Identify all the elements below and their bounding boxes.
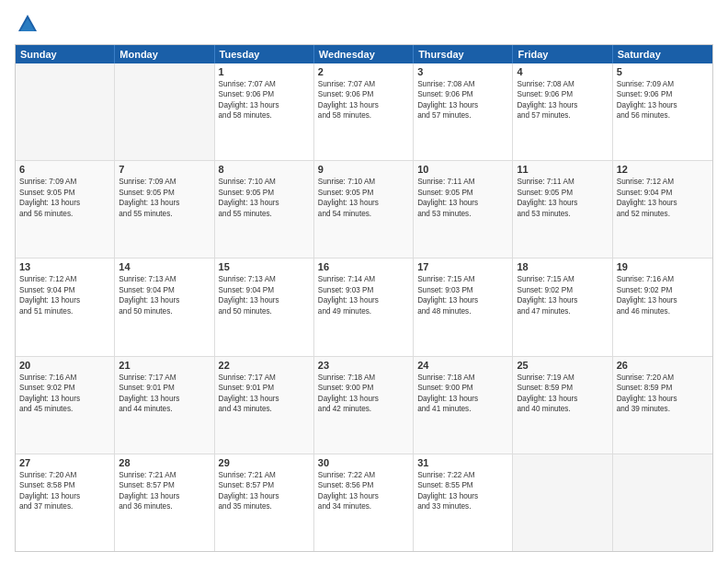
cell-line: Sunrise: 7:19 AM: [517, 373, 608, 383]
day-number: 23: [318, 360, 409, 371]
logo: [15, 11, 44, 37]
header-day-sunday: Sunday: [16, 45, 115, 63]
cell-line: Daylight: 13 hours: [119, 394, 210, 404]
cell-line: and 58 minutes.: [318, 110, 409, 121]
day-number: 19: [617, 261, 709, 272]
cell-line: and 50 minutes.: [219, 306, 310, 316]
cell-line: and 33 minutes.: [417, 501, 508, 511]
calendar-cell: 8Sunrise: 7:10 AMSunset: 9:05 PMDaylight…: [215, 161, 314, 258]
cell-line: and 39 minutes.: [617, 404, 709, 414]
cell-line: Sunset: 9:05 PM: [219, 188, 310, 198]
cell-line: Sunset: 9:00 PM: [417, 383, 508, 393]
cell-line: Sunrise: 7:16 AM: [19, 373, 110, 383]
day-number: 15: [219, 261, 310, 272]
cell-line: and 37 minutes.: [19, 501, 110, 511]
cell-line: Sunrise: 7:12 AM: [19, 274, 110, 284]
calendar-cell: 29Sunrise: 7:21 AMSunset: 8:57 PMDayligh…: [215, 454, 314, 551]
calendar-cell: 5Sunrise: 7:09 AMSunset: 9:06 PMDaylight…: [613, 63, 712, 160]
cell-line: Sunrise: 7:07 AM: [318, 79, 409, 89]
day-number: 27: [19, 457, 110, 468]
cell-line: Sunrise: 7:18 AM: [417, 373, 508, 383]
cell-line: Daylight: 13 hours: [318, 100, 409, 110]
cell-line: Sunset: 8:57 PM: [119, 480, 210, 490]
cell-line: Sunset: 8:59 PM: [617, 383, 709, 393]
cell-line: and 42 minutes.: [318, 404, 409, 414]
header-day-tuesday: Tuesday: [215, 45, 314, 63]
cell-line: and 43 minutes.: [219, 404, 310, 414]
cell-line: and 40 minutes.: [517, 404, 608, 414]
cell-line: Sunset: 9:02 PM: [617, 285, 709, 295]
calendar-cell: 19Sunrise: 7:16 AMSunset: 9:02 PMDayligh…: [613, 259, 712, 355]
cell-line: and 55 minutes.: [219, 209, 310, 219]
day-number: 21: [119, 360, 210, 371]
day-number: 24: [417, 360, 508, 371]
cell-line: Sunset: 9:06 PM: [318, 89, 409, 99]
cell-line: Sunset: 9:04 PM: [19, 285, 110, 295]
calendar-cell: 1Sunrise: 7:07 AMSunset: 9:06 PMDaylight…: [215, 63, 314, 160]
cell-line: Daylight: 13 hours: [19, 394, 110, 404]
cell-line: Sunrise: 7:21 AM: [119, 470, 210, 480]
calendar-cell: 10Sunrise: 7:11 AMSunset: 9:05 PMDayligh…: [414, 161, 513, 258]
cell-line: Sunrise: 7:10 AM: [219, 177, 310, 187]
header: [15, 11, 713, 37]
day-number: 16: [318, 261, 409, 272]
cell-line: Daylight: 13 hours: [617, 295, 709, 305]
cell-line: Sunset: 8:55 PM: [417, 480, 508, 490]
cell-line: Sunrise: 7:14 AM: [318, 274, 409, 284]
calendar-row-4: 20Sunrise: 7:16 AMSunset: 9:02 PMDayligh…: [16, 357, 712, 454]
cell-line: Sunrise: 7:21 AM: [219, 470, 310, 480]
cell-line: Sunrise: 7:17 AM: [219, 373, 310, 383]
cell-line: Daylight: 13 hours: [417, 198, 508, 208]
cell-line: and 46 minutes.: [617, 306, 709, 316]
day-number: 7: [119, 164, 210, 175]
cell-line: Sunset: 9:05 PM: [19, 188, 110, 198]
cell-line: Daylight: 13 hours: [219, 100, 310, 110]
cell-line: and 41 minutes.: [417, 404, 508, 414]
day-number: 10: [417, 164, 508, 175]
cell-line: Sunset: 8:58 PM: [19, 480, 110, 490]
day-number: 18: [517, 261, 608, 272]
calendar-cell: 30Sunrise: 7:22 AMSunset: 8:56 PMDayligh…: [314, 454, 414, 551]
calendar-cell: 25Sunrise: 7:19 AMSunset: 8:59 PMDayligh…: [513, 357, 612, 454]
cell-line: Sunset: 9:04 PM: [617, 188, 709, 198]
cell-line: Sunrise: 7:08 AM: [417, 79, 508, 89]
calendar-cell: 14Sunrise: 7:13 AMSunset: 9:04 PMDayligh…: [115, 259, 214, 355]
cell-line: and 53 minutes.: [417, 209, 508, 219]
cell-line: Sunset: 9:03 PM: [417, 285, 508, 295]
cell-line: Daylight: 13 hours: [417, 491, 508, 501]
calendar-row-5: 27Sunrise: 7:20 AMSunset: 8:58 PMDayligh…: [16, 454, 712, 551]
day-number: 25: [517, 360, 608, 371]
header-day-saturday: Saturday: [613, 45, 712, 63]
header-day-wednesday: Wednesday: [314, 45, 414, 63]
cell-line: and 49 minutes.: [318, 306, 409, 316]
day-number: 30: [318, 457, 409, 468]
cell-line: and 57 minutes.: [417, 110, 508, 121]
cell-line: and 44 minutes.: [119, 404, 210, 414]
cell-line: Sunrise: 7:12 AM: [617, 177, 709, 187]
cell-line: and 54 minutes.: [318, 209, 409, 219]
cell-line: Daylight: 13 hours: [19, 295, 110, 305]
calendar-cell: 9Sunrise: 7:10 AMSunset: 9:05 PMDaylight…: [314, 161, 414, 258]
calendar-cell: 16Sunrise: 7:14 AMSunset: 9:03 PMDayligh…: [314, 259, 414, 355]
cell-line: Sunrise: 7:09 AM: [119, 177, 210, 187]
calendar-cell: 17Sunrise: 7:15 AMSunset: 9:03 PMDayligh…: [414, 259, 513, 355]
calendar-cell: 24Sunrise: 7:18 AMSunset: 9:00 PMDayligh…: [414, 357, 513, 454]
day-number: 6: [19, 164, 110, 175]
cell-line: Sunrise: 7:20 AM: [19, 470, 110, 480]
cell-line: and 45 minutes.: [19, 404, 110, 414]
cell-line: Daylight: 13 hours: [617, 100, 709, 110]
cell-line: Sunset: 9:05 PM: [119, 188, 210, 198]
calendar-cell: 15Sunrise: 7:13 AMSunset: 9:04 PMDayligh…: [215, 259, 314, 355]
day-number: 1: [219, 66, 310, 77]
day-number: 29: [219, 457, 310, 468]
calendar-cell: 7Sunrise: 7:09 AMSunset: 9:05 PMDaylight…: [115, 161, 214, 258]
cell-line: Daylight: 13 hours: [417, 100, 508, 110]
day-number: 20: [19, 360, 110, 371]
cell-line: and 56 minutes.: [617, 110, 709, 121]
calendar-cell: 3Sunrise: 7:08 AMSunset: 9:06 PMDaylight…: [414, 63, 513, 160]
day-number: 26: [617, 360, 709, 371]
calendar: SundayMondayTuesdayWednesdayThursdayFrid…: [15, 44, 713, 552]
cell-line: Daylight: 13 hours: [318, 295, 409, 305]
cell-line: Sunrise: 7:13 AM: [119, 274, 210, 284]
cell-line: Sunset: 9:06 PM: [219, 89, 310, 99]
